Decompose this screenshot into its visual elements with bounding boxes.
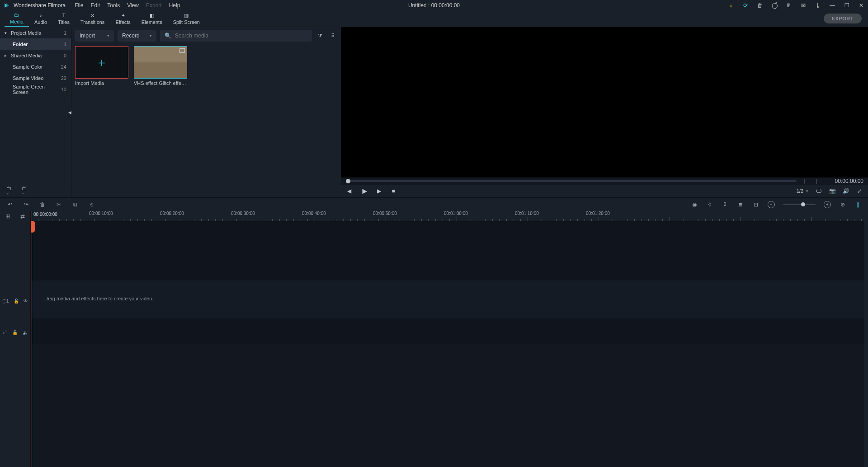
- account-icon[interactable]: ◯̊: [771, 2, 778, 9]
- media-clip-card[interactable]: VHS effect Glitch effect…: [134, 46, 187, 196]
- mark-in-icon[interactable]: {: [801, 178, 808, 184]
- search-media-box[interactable]: 🔍: [160, 30, 312, 42]
- timeline-settings-icon[interactable]: ∥: [854, 201, 862, 208]
- tab-effects[interactable]: ✦ Effects: [110, 10, 136, 27]
- search-input[interactable]: [175, 33, 307, 39]
- preview-scrub-track[interactable]: [346, 180, 797, 182]
- sidebar-item-shared-media[interactable]: ▸ Shared Media 0: [0, 50, 71, 61]
- zoom-thumb[interactable]: [801, 202, 805, 206]
- display-icon[interactable]: 🖵: [816, 188, 822, 194]
- overlay-track-area[interactable]: [31, 222, 868, 280]
- visibility-icon[interactable]: 👁: [24, 299, 28, 304]
- download-icon[interactable]: ⭳: [815, 2, 821, 9]
- tab-media[interactable]: 🗀 Media: [5, 10, 29, 27]
- sidebar-item-sample-color[interactable]: Sample Color 24: [0, 61, 71, 72]
- trash-icon[interactable]: 🗑: [757, 2, 763, 9]
- mail-icon[interactable]: ✉: [800, 2, 807, 9]
- zoom-slider[interactable]: [783, 204, 816, 205]
- import-dropdown[interactable]: Import ▾: [75, 30, 114, 42]
- tab-split-screen[interactable]: ▥ Split Screen: [168, 10, 205, 27]
- sidebar-item-label: Shared Media: [9, 53, 64, 58]
- menu-file[interactable]: File: [75, 2, 83, 9]
- minimize-icon[interactable]: —: [829, 2, 835, 9]
- lightbulb-icon[interactable]: ☼: [728, 2, 734, 9]
- drop-hint-text: Drag media and effects here to create yo…: [44, 296, 153, 301]
- undo-icon[interactable]: ↶: [6, 201, 14, 208]
- fullscreen-icon[interactable]: ⤢: [856, 188, 863, 194]
- audio-track[interactable]: [31, 318, 868, 344]
- menu-help[interactable]: Help: [169, 2, 180, 9]
- render-icon[interactable]: ◉: [691, 201, 698, 208]
- collapse-sidebar-button[interactable]: ◀: [68, 108, 71, 117]
- redo-icon[interactable]: ↷: [23, 201, 30, 208]
- marker-icon[interactable]: ◊: [706, 201, 713, 208]
- zoom-in-button[interactable]: +: [824, 201, 831, 208]
- zoom-out-button[interactable]: −: [768, 201, 775, 208]
- audio-track-header[interactable]: ♪1 🔓 🔈: [0, 328, 30, 336]
- filter-icon[interactable]: ⧩: [316, 31, 325, 40]
- menu-edit[interactable]: Edit: [91, 2, 100, 9]
- mark-out-icon[interactable]: }: [813, 178, 820, 184]
- playhead-handle[interactable]: [31, 221, 35, 233]
- menu-view[interactable]: View: [127, 2, 139, 9]
- tab-transitions[interactable]: ⤭ Transitions: [75, 10, 110, 27]
- app-name: Wondershare Filmora: [14, 2, 66, 9]
- preview-quality-dropdown[interactable]: 1/2 ▾: [797, 188, 808, 194]
- preview-canvas[interactable]: [341, 27, 868, 177]
- video-track-header[interactable]: ▢1 🔓 👁: [0, 297, 30, 305]
- title-bar: Wondershare Filmora File Edit Tools View…: [0, 0, 868, 11]
- sync-icon[interactable]: ⟳: [742, 2, 749, 9]
- new-folder-icon[interactable]: 🗀⁺: [6, 188, 14, 195]
- stop-icon[interactable]: ■: [390, 188, 396, 194]
- sidebar-item-project-media[interactable]: ▾ Project Media 1: [0, 27, 71, 38]
- video-track[interactable]: Drag media and effects here to create yo…: [31, 280, 868, 318]
- audio-detach-icon[interactable]: ⎋: [88, 201, 95, 208]
- timeline-scrollbar[interactable]: [864, 211, 868, 467]
- media-clip-thumb[interactable]: [134, 46, 187, 79]
- sidebar-item-label: Sample Color: [5, 64, 61, 70]
- text-icon: T: [60, 12, 67, 19]
- import-media-thumb[interactable]: ＋: [75, 46, 128, 79]
- sidebar-item-sample-video[interactable]: Sample Video 20: [0, 72, 71, 84]
- step-forward-icon[interactable]: |▶: [361, 188, 368, 194]
- grid-view-icon[interactable]: ⠿: [328, 31, 337, 40]
- snap-icon[interactable]: ⊡: [752, 201, 760, 208]
- play-icon[interactable]: ▶: [376, 188, 382, 194]
- playhead[interactable]: 00:00:00:00: [32, 211, 32, 467]
- mute-icon[interactable]: 🔈: [23, 330, 28, 335]
- export-button[interactable]: EXPORT: [824, 14, 862, 23]
- tab-elements[interactable]: ◧ Elements: [136, 10, 168, 27]
- record-dropdown[interactable]: Record ▾: [118, 30, 156, 42]
- delete-folder-icon[interactable]: 🗀⁻: [22, 188, 29, 195]
- sidebar-item-sample-green-screen[interactable]: Sample Green Screen 10: [0, 84, 71, 95]
- timeline-body[interactable]: 00:00:10:0000:00:20:0000:00:30:0000:00:4…: [31, 211, 868, 467]
- import-media-card[interactable]: ＋ Import Media: [75, 46, 128, 196]
- timeline-ruler[interactable]: 00:00:10:0000:00:20:0000:00:30:0000:00:4…: [31, 211, 868, 222]
- add-track-icon[interactable]: ⊞: [4, 213, 11, 220]
- chevron-down-icon: ▾: [107, 33, 109, 38]
- snapshot-icon[interactable]: 📷: [829, 188, 835, 194]
- close-icon[interactable]: ✕: [858, 2, 864, 9]
- ruler-label: 00:00:40:00: [302, 211, 326, 216]
- lock-icon[interactable]: 🔓: [12, 330, 18, 335]
- save-icon[interactable]: 🗎: [786, 2, 792, 9]
- link-icon[interactable]: ⇄: [19, 213, 26, 220]
- voiceover-icon[interactable]: 🎙: [722, 201, 729, 208]
- empty-track-area[interactable]: [31, 344, 868, 467]
- volume-icon[interactable]: 🔊: [843, 188, 849, 194]
- zoom-fit-icon[interactable]: ⊕: [839, 201, 846, 208]
- tab-audio[interactable]: ♪ Audio: [29, 10, 52, 27]
- chevron-down-icon: ▾: [150, 33, 152, 38]
- step-back-icon[interactable]: ◀|: [347, 188, 353, 194]
- delete-icon[interactable]: 🗑: [39, 201, 46, 208]
- mixer-icon[interactable]: ≣: [737, 201, 744, 208]
- lock-icon[interactable]: 🔓: [14, 299, 19, 304]
- split-icon[interactable]: ✂: [55, 201, 62, 208]
- menu-tools[interactable]: Tools: [107, 2, 120, 9]
- tab-titles[interactable]: T Titles: [52, 10, 75, 27]
- crop-icon[interactable]: ⧉: [71, 201, 79, 208]
- maximize-icon[interactable]: ❐: [844, 2, 850, 9]
- media-sidebar: ▾ Project Media 1 Folder 1 ▸ Shared Medi…: [0, 27, 71, 197]
- preview-scrub-thumb[interactable]: [346, 179, 350, 183]
- sidebar-item-folder[interactable]: Folder 1: [0, 38, 71, 50]
